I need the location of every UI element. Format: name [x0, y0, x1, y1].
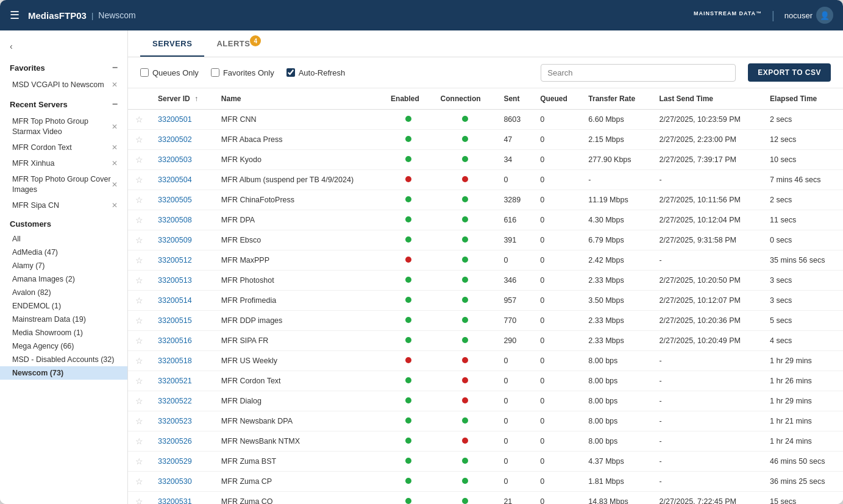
favorite-star-icon[interactable]: ☆	[135, 215, 143, 225]
customer-newscom[interactable]: Newscom (73)	[0, 366, 127, 380]
recent-item-close-icon[interactable]: ✕	[112, 180, 118, 189]
favorite-star-icon[interactable]: ☆	[135, 195, 143, 205]
customer-msd-disabled[interactable]: MSD - Disabled Accounts (32)	[0, 353, 127, 366]
server-id-link[interactable]: 33200529	[158, 457, 192, 466]
favorite-star-icon[interactable]: ☆	[135, 275, 143, 285]
server-id-link[interactable]: 33200503	[158, 155, 192, 164]
customer-endemol[interactable]: ENDEMOL (1)	[0, 299, 127, 313]
enabled-cell	[383, 150, 433, 170]
auto-refresh-checkbox-label[interactable]: Auto-Refresh	[286, 68, 346, 77]
favorites-section-header: Favorites −	[0, 56, 127, 77]
recent-item-cover-images[interactable]: MFR Top Photo Group Cover Images ✕	[0, 171, 127, 197]
recent-servers-collapse-icon[interactable]: −	[112, 99, 118, 110]
tabs-bar: SERVERS ALERTS 4	[128, 30, 843, 57]
customer-avalon[interactable]: Avalon (82)	[0, 286, 127, 299]
server-id-link[interactable]: 33200530	[158, 477, 192, 486]
favorite-star-icon[interactable]: ☆	[135, 175, 143, 185]
sidebar-back-button[interactable]: ‹	[0, 37, 127, 56]
favorite-star-icon[interactable]: ☆	[135, 135, 143, 144]
customer-mainstream[interactable]: Mainstream Data (19)	[0, 313, 127, 326]
server-id-link[interactable]: 33200523	[158, 417, 192, 425]
search-input[interactable]	[541, 64, 736, 82]
recent-item-sipa-cn[interactable]: MFR Sipa CN ✕	[0, 197, 127, 213]
favorite-star-icon[interactable]: ☆	[135, 477, 143, 486]
favorite-star-icon[interactable]: ☆	[135, 416, 143, 426]
app-subtitle: Newscom	[98, 10, 135, 20]
server-id-link[interactable]: 33200518	[158, 357, 192, 365]
server-id-link[interactable]: 33200513	[158, 276, 192, 285]
connection-cell	[433, 150, 497, 170]
enabled-status-dot	[405, 176, 411, 182]
server-id-link[interactable]: 33200516	[158, 336, 192, 345]
connection-cell	[433, 250, 497, 271]
recent-item-xinhua[interactable]: MFR Xinhua ✕	[0, 155, 127, 171]
favorite-star-icon[interactable]: ☆	[135, 436, 143, 446]
enabled-status-dot	[405, 277, 411, 283]
last-send-time-cell: -	[652, 452, 763, 472]
queues-only-checkbox-label[interactable]: Queues Only	[140, 68, 199, 77]
customer-amana[interactable]: Amana Images (2)	[0, 272, 127, 286]
favorite-star-icon[interactable]: ☆	[135, 255, 143, 265]
server-id-link[interactable]: 33200501	[158, 115, 192, 124]
star-cell: ☆	[128, 411, 151, 431]
favorite-star-icon[interactable]: ☆	[135, 456, 143, 466]
star-cell: ☆	[128, 391, 151, 411]
customer-media-showroom[interactable]: Media Showroom (1)	[0, 326, 127, 339]
server-id-link[interactable]: 33200512	[158, 256, 192, 264]
favorites-only-checkbox[interactable]	[211, 68, 219, 77]
recent-item-close-icon[interactable]: ✕	[112, 201, 118, 210]
table-row: ☆ 33200508 MFR DPA 616 0 4.30 Mbps 2/27/…	[128, 210, 843, 230]
server-id-link[interactable]: 33200504	[158, 176, 192, 184]
favorite-star-icon[interactable]: ☆	[135, 155, 143, 165]
server-id-link[interactable]: 33200502	[158, 135, 192, 144]
hamburger-icon[interactable]: ☰	[10, 9, 20, 22]
recent-item-starmax[interactable]: MFR Top Photo Group Starmax Video ✕	[0, 113, 127, 140]
recent-item-close-icon[interactable]: ✕	[112, 159, 118, 168]
sent-cell: 3289	[496, 190, 533, 210]
queued-cell: 0	[533, 250, 581, 271]
content-area: SERVERS ALERTS 4 Queues Only Favorites O…	[128, 30, 843, 504]
transfer-rate-cell: 14.83 Mbps	[581, 492, 652, 505]
queues-only-checkbox[interactable]	[140, 68, 149, 77]
server-id-link[interactable]: 33200514	[158, 296, 192, 305]
customer-mega[interactable]: Mega Agency (66)	[0, 339, 127, 353]
favorites-item-msd-vcgapi[interactable]: MSD VCGAPI to Newscom ✕	[0, 77, 127, 93]
server-name-cell: MFR Ebsco	[214, 230, 383, 250]
tab-alerts[interactable]: ALERTS 4	[204, 30, 262, 57]
server-id-link[interactable]: 33200526	[158, 437, 192, 445]
recent-item-cordon[interactable]: MFR Cordon Text ✕	[0, 140, 127, 155]
favorite-star-icon[interactable]: ☆	[135, 356, 143, 366]
server-id-link[interactable]: 33200515	[158, 316, 192, 325]
tab-servers[interactable]: SERVERS	[140, 30, 204, 57]
favorite-star-icon[interactable]: ☆	[135, 235, 143, 245]
enabled-status-dot	[405, 337, 411, 343]
transfer-rate-cell: 11.19 Mbps	[581, 190, 652, 210]
favorite-star-icon[interactable]: ☆	[135, 115, 143, 124]
favorites-only-checkbox-label[interactable]: Favorites Only	[211, 68, 274, 77]
favorite-star-icon[interactable]: ☆	[135, 376, 143, 386]
customer-alamy[interactable]: Alamy (7)	[0, 259, 127, 272]
customer-admedia[interactable]: AdMedia (47)	[0, 246, 127, 259]
favorite-star-icon[interactable]: ☆	[135, 296, 143, 305]
server-id-link[interactable]: 33200522	[158, 397, 192, 405]
recent-item-close-icon[interactable]: ✕	[112, 122, 118, 131]
export-csv-button[interactable]: EXPORT TO CSV	[748, 63, 831, 82]
favorites-item-close-icon[interactable]: ✕	[112, 80, 118, 89]
server-id-link[interactable]: 33200509	[158, 236, 192, 244]
favorite-star-icon[interactable]: ☆	[135, 336, 143, 346]
sent-cell: 0	[496, 371, 533, 391]
server-id-link[interactable]: 33200521	[158, 377, 192, 385]
favorites-collapse-icon[interactable]: −	[112, 62, 118, 73]
server-id-link[interactable]: 33200531	[158, 497, 192, 504]
server-id-link[interactable]: 33200505	[158, 196, 192, 204]
col-connection: Connection	[433, 88, 497, 110]
favorite-star-icon[interactable]: ☆	[135, 497, 143, 504]
customer-all[interactable]: All	[0, 232, 127, 246]
server-id-link[interactable]: 33200508	[158, 216, 192, 224]
favorite-star-icon[interactable]: ☆	[135, 316, 143, 325]
col-server-id[interactable]: Server ID ↑	[151, 88, 214, 110]
user-avatar[interactable]: 👤	[816, 7, 833, 24]
recent-item-close-icon[interactable]: ✕	[112, 143, 118, 152]
favorite-star-icon[interactable]: ☆	[135, 396, 143, 406]
auto-refresh-checkbox[interactable]	[286, 68, 295, 77]
